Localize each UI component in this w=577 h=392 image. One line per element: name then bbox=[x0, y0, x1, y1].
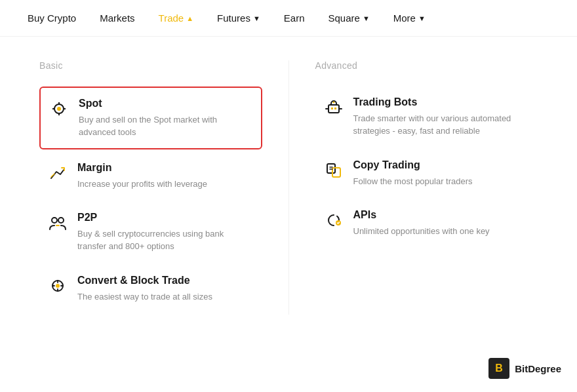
spot-title: Spot bbox=[79, 97, 253, 111]
nav-futures[interactable]: Futures ▼ bbox=[205, 0, 272, 37]
trading-bots-desc: Trade smarter with our various automated… bbox=[353, 112, 530, 138]
more-arrow-icon: ▼ bbox=[418, 14, 426, 22]
spot-desc: Buy and sell on the Spot market with adv… bbox=[79, 113, 253, 139]
menu-item-convert[interactable]: Convert & Block Trade The easiest way to… bbox=[39, 265, 262, 312]
svg-point-6 bbox=[52, 218, 57, 223]
convert-title: Convert & Block Trade bbox=[77, 274, 254, 288]
copy-trading-title: Copy Trading bbox=[353, 159, 530, 172]
svg-rect-10 bbox=[328, 105, 339, 113]
futures-arrow-icon: ▼ bbox=[253, 14, 260, 22]
convert-desc: The easiest way to trade at all sizes bbox=[77, 290, 254, 304]
nav-trade[interactable]: Trade ▲ bbox=[147, 0, 206, 37]
advanced-title: Advanced bbox=[315, 60, 538, 71]
apis-desc: Unlimited opportunities with one key bbox=[353, 225, 530, 238]
api-icon bbox=[323, 210, 344, 231]
bitdegree-logo-icon: B bbox=[488, 358, 509, 379]
square-arrow-icon: ▼ bbox=[363, 14, 370, 22]
spot-icon bbox=[49, 98, 70, 119]
p2p-title: P2P bbox=[77, 211, 254, 225]
nav-buy-crypto[interactable]: Buy Crypto bbox=[16, 0, 88, 37]
trading-bots-title: Trading Bots bbox=[353, 96, 530, 109]
nav-more[interactable]: More ▼ bbox=[382, 0, 437, 37]
svg-point-13 bbox=[332, 102, 334, 104]
nav-markets[interactable]: Markets bbox=[88, 0, 146, 37]
margin-desc: Increase your profits with leverage bbox=[77, 178, 254, 191]
svg-rect-11 bbox=[331, 108, 333, 109]
apis-title: APIs bbox=[353, 208, 530, 222]
basic-title: Basic bbox=[39, 60, 262, 71]
main-content: Basic Spot Buy and sell on the Spot mark… bbox=[0, 37, 577, 341]
p2p-desc: Buy & sell cryptocurrencies using bank t… bbox=[77, 227, 254, 253]
advanced-column: Advanced Trading Bots Trade smarter with… bbox=[288, 60, 538, 315]
trading-bots-icon bbox=[323, 97, 344, 118]
menu-item-apis[interactable]: APIs Unlimited opportunities with one ke… bbox=[315, 199, 538, 246]
navbar: Buy Crypto Markets Trade ▲ Futures ▼ Ear… bbox=[0, 0, 577, 37]
bitdegree-label: BitDegree bbox=[515, 363, 561, 374]
basic-column: Basic Spot Buy and sell on the Spot mark… bbox=[39, 60, 288, 315]
svg-rect-12 bbox=[334, 108, 336, 109]
menu-item-margin[interactable]: Margin Increase your profits with levera… bbox=[39, 152, 262, 199]
p2p-icon bbox=[47, 212, 68, 233]
margin-icon bbox=[47, 163, 68, 184]
trade-arrow-icon: ▲ bbox=[186, 14, 193, 22]
menu-item-trading-bots[interactable]: Trading Bots Trade smarter with our vari… bbox=[315, 87, 538, 147]
svg-point-1 bbox=[57, 107, 61, 111]
menu-item-copy-trading[interactable]: Copy Trading Follow the most popular tra… bbox=[315, 149, 538, 197]
copy-trading-icon bbox=[323, 160, 344, 181]
copy-trading-desc: Follow the most popular traders bbox=[353, 175, 530, 188]
menu-item-p2p[interactable]: P2P Buy & sell cryptocurrencies using ba… bbox=[39, 202, 262, 262]
margin-title: Margin bbox=[77, 161, 254, 175]
nav-square[interactable]: Square ▼ bbox=[317, 0, 382, 37]
svg-point-9 bbox=[56, 284, 60, 288]
svg-point-7 bbox=[58, 218, 64, 223]
nav-earn[interactable]: Earn bbox=[272, 0, 317, 37]
convert-icon bbox=[47, 275, 68, 296]
menu-item-spot[interactable]: Spot Buy and sell on the Spot market wit… bbox=[39, 87, 262, 149]
bitdegree-badge: B BitDegree bbox=[488, 358, 561, 379]
